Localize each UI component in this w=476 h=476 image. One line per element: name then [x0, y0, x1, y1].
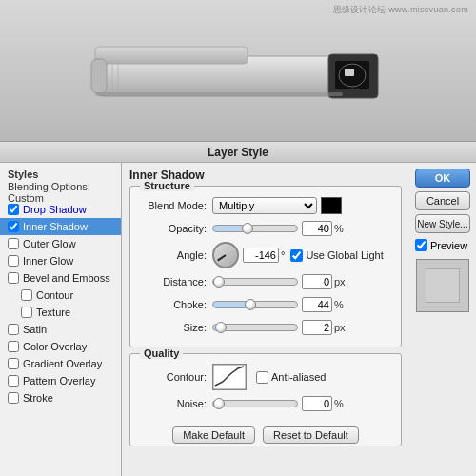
distance-input[interactable]: 0	[302, 274, 332, 289]
style-item-inner-glow[interactable]: Inner Glow	[0, 252, 121, 269]
noise-label: Noise:	[138, 398, 207, 409]
style-item-satin[interactable]: Satin	[0, 321, 121, 338]
noise-row: Noise: 0 %	[138, 394, 393, 413]
ok-button[interactable]: OK	[415, 169, 470, 188]
cancel-button[interactable]: Cancel	[415, 191, 470, 210]
inner-glow-checkbox[interactable]	[8, 255, 19, 267]
new-style-button[interactable]: New Style...	[415, 214, 470, 233]
size-slider[interactable]	[212, 324, 298, 331]
distance-label: Distance:	[138, 276, 207, 288]
noise-unit: %	[334, 398, 344, 409]
satin-checkbox[interactable]	[8, 324, 19, 335]
noise-slider[interactable]	[212, 400, 298, 407]
contour-checkbox[interactable]	[21, 289, 32, 301]
distance-row: Distance: 0 px	[138, 272, 393, 291]
watermark-text: 思缘设计论坛 www.missvuan.com	[333, 4, 468, 16]
structure-section: Structure Blend Mode: Multiply Normal Sc…	[129, 186, 402, 347]
use-global-light-checkbox[interactable]	[290, 249, 303, 262]
preview-label[interactable]: Preview	[415, 239, 470, 251]
contour-svg	[213, 365, 246, 389]
svg-rect-10	[213, 365, 246, 389]
style-item-color-overlay[interactable]: Color Overlay	[0, 338, 121, 355]
opacity-label: Opacity:	[138, 223, 207, 234]
quality-title: Quality	[140, 347, 183, 359]
anti-aliased-checkbox[interactable]	[256, 371, 268, 384]
size-input[interactable]: 2	[302, 320, 332, 335]
make-default-button[interactable]: Make Default	[172, 426, 255, 444]
opacity-input[interactable]: 40	[302, 221, 332, 236]
structure-title: Structure	[140, 180, 194, 191]
preview-inner	[426, 268, 460, 303]
blend-mode-label: Blend Mode:	[138, 200, 207, 211]
svg-rect-6	[345, 69, 354, 76]
inner-shadow-checkbox[interactable]	[8, 221, 19, 232]
quality-section: Quality Contour:	[129, 353, 402, 446]
distance-slider[interactable]	[212, 278, 298, 286]
choke-unit: %	[334, 299, 344, 310]
choke-label: Choke:	[138, 299, 207, 310]
dialog-title: Layer Style	[208, 146, 268, 159]
style-item-texture[interactable]: Texture	[0, 304, 121, 321]
style-item-contour[interactable]: Contour	[0, 287, 121, 304]
choke-input[interactable]: 44	[302, 297, 332, 312]
styles-panel: Styles Blending Options: Custom Drop Sha…	[0, 163, 122, 476]
blend-mode-row: Blend Mode: Multiply Normal Screen	[138, 196, 393, 215]
opacity-row: Opacity: 40 %	[138, 219, 393, 238]
stroke-checkbox[interactable]	[8, 392, 19, 404]
reset-default-button[interactable]: Reset to Default	[263, 426, 359, 444]
choke-row: Choke: 44 %	[138, 295, 393, 314]
image-preview: 思缘设计论坛 www.missvuan.com	[0, 0, 476, 141]
preview-box	[416, 259, 469, 312]
size-unit: px	[334, 322, 346, 333]
size-label: Size:	[138, 322, 207, 333]
opacity-slider[interactable]	[212, 225, 298, 232]
gradient-overlay-checkbox[interactable]	[8, 358, 19, 369]
distance-unit: px	[334, 276, 346, 288]
anti-aliased-label[interactable]: Anti-aliased	[256, 371, 326, 384]
noise-input[interactable]: 0	[302, 396, 332, 411]
color-overlay-checkbox[interactable]	[8, 341, 19, 352]
right-buttons-panel: OK Cancel New Style... Preview	[409, 163, 476, 476]
style-item-stroke[interactable]: Stroke	[0, 389, 121, 407]
camera-illustration	[86, 28, 390, 113]
blend-color-swatch[interactable]	[321, 197, 342, 214]
style-item-pattern-overlay[interactable]: Pattern Overlay	[0, 372, 121, 389]
bottom-buttons: Make Default Reset to Default	[130, 423, 401, 446]
texture-checkbox[interactable]	[21, 307, 32, 318]
style-item-outer-glow[interactable]: Outer Glow	[0, 235, 121, 252]
angle-dial[interactable]	[212, 242, 239, 268]
contour-row: Contour: Anti-aliased	[138, 364, 393, 390]
style-item-bevel-emboss[interactable]: Bevel and Emboss	[0, 269, 121, 287]
angle-indicator	[217, 254, 226, 261]
svg-rect-2	[91, 59, 107, 93]
dialog-title-bar: Layer Style	[0, 142, 476, 163]
blend-mode-select[interactable]: Multiply Normal Screen	[212, 197, 317, 214]
svg-rect-9	[95, 92, 343, 96]
pattern-overlay-checkbox[interactable]	[8, 375, 19, 387]
choke-slider[interactable]	[212, 301, 298, 308]
style-item-blending[interactable]: Blending Options: Custom	[0, 184, 121, 201]
degree-symbol: °	[281, 249, 285, 261]
opacity-unit: %	[334, 223, 344, 234]
layer-style-dialog: Layer Style Styles Blending Options: Cus…	[0, 141, 476, 476]
contour-preview[interactable]	[212, 364, 247, 390]
outer-glow-checkbox[interactable]	[8, 238, 19, 249]
drop-shadow-checkbox[interactable]	[8, 204, 19, 215]
bevel-emboss-checkbox[interactable]	[8, 272, 19, 284]
style-item-gradient-overlay[interactable]: Gradient Overlay	[0, 355, 121, 372]
contour-label: Contour:	[138, 371, 207, 383]
size-row: Size: 2 px	[138, 318, 393, 337]
style-item-inner-shadow[interactable]: Inner Shadow	[0, 218, 121, 235]
use-global-light-label[interactable]: Use Global Light	[290, 249, 383, 262]
angle-input[interactable]: -146	[243, 248, 279, 263]
preview-checkbox[interactable]	[415, 239, 427, 251]
angle-label: Angle:	[138, 249, 207, 261]
angle-row: Angle: -146 ° Use Global Light	[138, 242, 393, 268]
settings-panel: Inner Shadow Structure Blend Mode: Multi…	[122, 163, 409, 476]
